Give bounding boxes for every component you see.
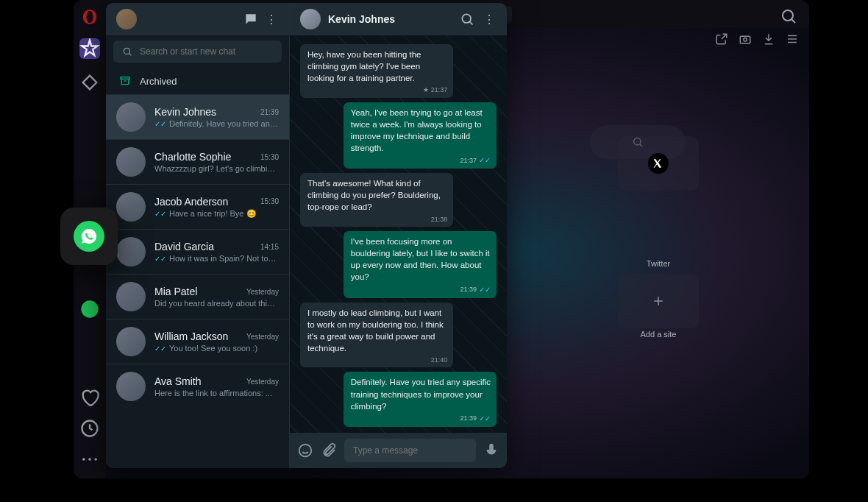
conversation-name: Kevin Johnes — [328, 13, 452, 25]
avatar — [116, 192, 146, 222]
messages-list[interactable]: Hey, have you been hitting the climbing … — [290, 35, 507, 433]
chat-item[interactable]: Kevin Johnes21:39 ✓✓Definitely. Have you… — [106, 94, 289, 139]
svg-point-8 — [82, 458, 85, 461]
chat-preview: Did you heard already about this?... — [154, 299, 279, 308]
message-time: 21:38 — [431, 215, 448, 225]
avatar — [116, 372, 146, 401]
chat-search-box[interactable] — [113, 40, 282, 63]
message-text: I mostly do lead climbing, but I want to… — [307, 307, 447, 354]
svg-point-9 — [88, 458, 91, 461]
chat-time: Yesterday — [246, 378, 279, 386]
speed-dial-add-tile[interactable] — [618, 274, 699, 328]
chat-time: 15:30 — [260, 153, 279, 161]
chat-item[interactable]: David Garcia14:15 ✓✓How it was in Spain?… — [106, 229, 289, 274]
chat-menu-icon[interactable]: ⋮ — [264, 12, 279, 26]
message-bubble[interactable]: Hey, have you been hitting the climbing … — [300, 44, 453, 98]
chat-preview: You too! See you soon :) — [169, 344, 257, 353]
conv-search-icon[interactable] — [460, 12, 474, 26]
avatar — [116, 282, 146, 311]
svg-point-1 — [86, 11, 93, 24]
whatsapp-logo-icon — [74, 221, 104, 252]
message-time: 21:39 — [460, 414, 477, 423]
svg-point-13 — [744, 38, 747, 42]
browser-top-right — [780, 7, 797, 25]
double-check-icon: ✓✓ — [154, 344, 166, 353]
whatsapp-panel: ⋮ Archived Kevin Johnes21:39 ✓✓Definitel… — [106, 3, 507, 468]
browser-frame: ⋮ ↻ 🔒 WhatsApp ☺ 📌 Twitter — [74, 0, 809, 478]
double-check-icon: ✓✓ — [154, 255, 166, 263]
heart-icon[interactable] — [79, 387, 100, 408]
chat-preview: Have a nice trip! Bye 😊 — [169, 209, 257, 219]
conv-menu-icon[interactable]: ⋮ — [482, 12, 497, 26]
archived-label: Archived — [140, 76, 177, 87]
opera-logo-icon[interactable] — [82, 9, 98, 25]
svg-point-11 — [783, 10, 793, 21]
camera-icon[interactable] — [739, 32, 752, 46]
history-icon[interactable] — [79, 418, 100, 439]
message-bubble[interactable]: Yeah, I've been trying to go at least tw… — [344, 102, 497, 169]
mic-icon[interactable] — [483, 442, 499, 459]
conversation-pane: Kevin Johnes ⋮ Hey, have you been hittin… — [290, 3, 507, 468]
chat-time: 15:30 — [260, 197, 279, 205]
new-chat-icon[interactable] — [243, 12, 258, 26]
floating-whatsapp-icon[interactable] — [60, 208, 118, 265]
avatar — [116, 237, 146, 266]
menu-lines-icon[interactable] — [786, 32, 799, 46]
message-time: 21:37 — [431, 85, 448, 95]
chat-name: David Garcia — [154, 241, 214, 252]
share-icon[interactable] — [715, 32, 728, 46]
message-composer — [290, 433, 507, 468]
conversation-avatar[interactable] — [300, 9, 321, 29]
message-text: Yeah, I've been trying to go at least tw… — [351, 107, 491, 154]
chat-item[interactable]: Mia PatelYesterday Did you heard already… — [106, 274, 289, 319]
sidebar-workspaces-icon[interactable] — [79, 38, 100, 59]
double-check-icon: ✓✓ — [154, 210, 166, 218]
chat-item[interactable]: Charlotte Sophie15:30 Whazzzzup girl? Le… — [106, 139, 289, 184]
sidebar-spotify-icon[interactable] — [79, 299, 100, 319]
chat-preview: Here is the link to affirmations: ... — [154, 389, 272, 397]
message-bubble[interactable]: I've been focusing more on bouldering la… — [344, 231, 497, 297]
avatar — [116, 102, 146, 132]
speed-dial-tiles — [618, 136, 791, 191]
my-avatar[interactable] — [116, 9, 137, 29]
message-time: 21:39 — [460, 285, 477, 294]
message-input-box[interactable] — [344, 439, 476, 462]
download-icon[interactable] — [762, 32, 775, 46]
chat-name: Charlotte Sophie — [154, 151, 231, 163]
svg-point-10 — [94, 458, 97, 461]
browser-search-icon[interactable] — [780, 7, 797, 25]
svg-point-15 — [124, 48, 129, 54]
chat-items-list: Kevin Johnes21:39 ✓✓Definitely. Have you… — [106, 94, 289, 468]
chat-name: Jacob Anderson — [154, 196, 228, 208]
speed-dial-tile-twitter[interactable] — [618, 136, 699, 191]
avatar — [116, 147, 146, 177]
archived-row[interactable]: Archived — [106, 68, 289, 94]
sidebar-diamond-icon[interactable] — [79, 72, 100, 93]
message-bubble[interactable]: I mostly do lead climbing, but I want to… — [300, 303, 453, 368]
message-bubble[interactable]: That's awesome! What kind of climbing do… — [300, 173, 453, 227]
conversation-header: Kevin Johnes ⋮ — [290, 3, 507, 35]
search-icon — [122, 46, 132, 57]
chat-name: Kevin Johnes — [154, 106, 216, 118]
more-icon[interactable] — [79, 449, 100, 470]
message-text: I've been focusing more on bouldering la… — [351, 236, 491, 283]
tile-label-twitter: Twitter — [618, 259, 699, 268]
chat-name: William Jackson — [154, 330, 228, 342]
chat-list-pane: ⋮ Archived Kevin Johnes21:39 ✓✓Definitel… — [106, 3, 290, 468]
message-input[interactable] — [353, 445, 467, 456]
emoji-picker-icon[interactable] — [297, 442, 313, 459]
chat-time: 21:39 — [260, 108, 279, 116]
chat-item[interactable]: Jacob Anderson15:30 ✓✓Have a nice trip! … — [106, 184, 289, 229]
svg-point-17 — [462, 14, 471, 23]
chat-preview: How it was in Spain? Not too... — [169, 254, 279, 263]
chat-name: Ava Smith — [154, 375, 202, 387]
chat-item[interactable]: Ava SmithYesterday Here is the link to a… — [106, 364, 289, 409]
svg-rect-12 — [740, 36, 750, 43]
message-bubble[interactable]: Definitely. Have you tried any specific … — [344, 372, 497, 426]
svg-point-18 — [299, 445, 312, 457]
message-text: That's awesome! What kind of climbing do… — [307, 177, 447, 213]
attach-icon[interactable] — [321, 442, 337, 459]
chat-search-input[interactable] — [140, 46, 273, 57]
chat-item[interactable]: William JacksonYesterday ✓✓You too! See … — [106, 319, 289, 364]
chat-time: 14:15 — [260, 243, 279, 251]
